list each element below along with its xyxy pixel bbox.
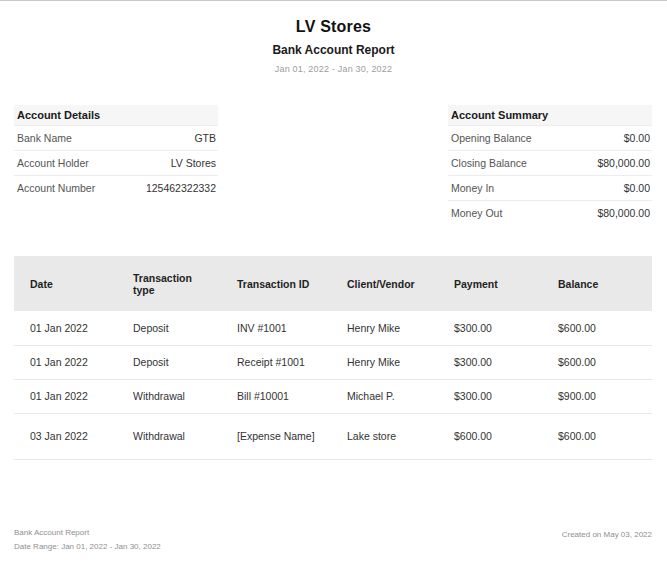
- summary-row-money-out: Money Out $80,000.00: [448, 200, 652, 225]
- report-title: Bank Account Report: [0, 43, 667, 57]
- footer-created-on: Created on May 03, 2022: [562, 526, 652, 539]
- summary-label: Opening Balance: [451, 132, 532, 144]
- detail-label: Account Number: [17, 182, 95, 194]
- transactions-table-header: Date Transaction type Transaction ID Cli…: [14, 256, 652, 311]
- detail-label: Account Holder: [17, 157, 89, 169]
- cell-date: 01 Jan 2022: [14, 311, 117, 345]
- column-header-payment: Payment: [438, 256, 542, 311]
- summary-label: Money In: [451, 182, 494, 194]
- summary-label: Closing Balance: [451, 157, 527, 169]
- cell-client-vendor: Henry Mike: [331, 345, 438, 379]
- column-header-date: Date: [14, 256, 117, 311]
- detail-row-account-number: Account Number 125462322332: [14, 175, 218, 200]
- cell-date: 03 Jan 2022: [14, 413, 117, 459]
- cell-client-vendor: Michael P.: [331, 379, 438, 413]
- cell-date: 01 Jan 2022: [14, 379, 117, 413]
- table-row: 01 Jan 2022 Deposit Receipt #1001 Henry …: [14, 345, 652, 379]
- summary-value: $0.00: [624, 182, 650, 194]
- cell-transaction-type: Withdrawal: [117, 379, 221, 413]
- summary-value: $0.00: [624, 132, 650, 144]
- account-summary-section: Account Summary Opening Balance $0.00 Cl…: [448, 105, 652, 225]
- cell-transaction-id: Receipt #1001: [221, 345, 331, 379]
- table-row: 01 Jan 2022 Withdrawal Bill #10001 Micha…: [14, 379, 652, 413]
- cell-client-vendor: Henry Mike: [331, 311, 438, 345]
- cell-transaction-type: Withdrawal: [117, 413, 221, 459]
- account-details-heading: Account Details: [14, 105, 218, 125]
- cell-payment: $300.00: [438, 345, 542, 379]
- company-name: LV Stores: [0, 18, 667, 36]
- summary-row-money-in: Money In $0.00: [448, 175, 652, 200]
- cell-client-vendor: Lake store: [331, 413, 438, 459]
- footer-report-name: Bank Account Report: [14, 526, 161, 540]
- table-row: 01 Jan 2022 Deposit INV #1001 Henry Mike…: [14, 311, 652, 345]
- report-header: LV Stores Bank Account Report Jan 01, 20…: [0, 1, 667, 74]
- cell-transaction-id: INV #1001: [221, 311, 331, 345]
- detail-row-account-holder: Account Holder LV Stores: [14, 150, 218, 175]
- column-header-transaction-type: Transaction type: [117, 256, 221, 311]
- bank-account-report-page: LV Stores Bank Account Report Jan 01, 20…: [0, 1, 667, 569]
- cell-transaction-id: Bill #10001: [221, 379, 331, 413]
- column-header-transaction-id: Transaction ID: [221, 256, 331, 311]
- summary-row-closing-balance: Closing Balance $80,000.00: [448, 150, 652, 175]
- detail-value: GTB: [194, 132, 216, 144]
- detail-label: Bank Name: [17, 132, 72, 144]
- report-footer: Bank Account Report Date Range: Jan 01, …: [14, 526, 652, 554]
- cell-balance: $600.00: [542, 413, 652, 459]
- footer-left: Bank Account Report Date Range: Jan 01, …: [14, 526, 161, 554]
- report-date-range: Jan 01, 2022 - Jan 30, 2022: [0, 64, 667, 74]
- column-header-client-vendor: Client/Vendor: [331, 256, 438, 311]
- summary-label: Money Out: [451, 207, 502, 219]
- detail-value: LV Stores: [171, 157, 216, 169]
- summary-row-opening-balance: Opening Balance $0.00: [448, 125, 652, 150]
- footer-date-range: Date Range: Jan 01, 2022 - Jan 30, 2022: [14, 540, 161, 554]
- cell-transaction-id: [Expense Name]: [221, 413, 331, 459]
- cell-transaction-type: Deposit: [117, 345, 221, 379]
- cell-payment: $300.00: [438, 311, 542, 345]
- table-row: 03 Jan 2022 Withdrawal [Expense Name] La…: [14, 413, 652, 459]
- cell-balance: $600.00: [542, 345, 652, 379]
- detail-row-bank-name: Bank Name GTB: [14, 125, 218, 150]
- summary-value: $80,000.00: [597, 207, 650, 219]
- cell-payment: $300.00: [438, 379, 542, 413]
- cell-balance: $900.00: [542, 379, 652, 413]
- detail-value: 125462322332: [146, 182, 216, 194]
- summary-value: $80,000.00: [597, 157, 650, 169]
- cell-date: 01 Jan 2022: [14, 345, 117, 379]
- column-header-balance: Balance: [542, 256, 652, 311]
- cell-transaction-type: Deposit: [117, 311, 221, 345]
- account-details-section: Account Details Bank Name GTB Account Ho…: [14, 105, 218, 200]
- transactions-table: Date Transaction type Transaction ID Cli…: [14, 256, 652, 460]
- cell-balance: $600.00: [542, 311, 652, 345]
- cell-payment: $600.00: [438, 413, 542, 459]
- account-summary-heading: Account Summary: [448, 105, 652, 125]
